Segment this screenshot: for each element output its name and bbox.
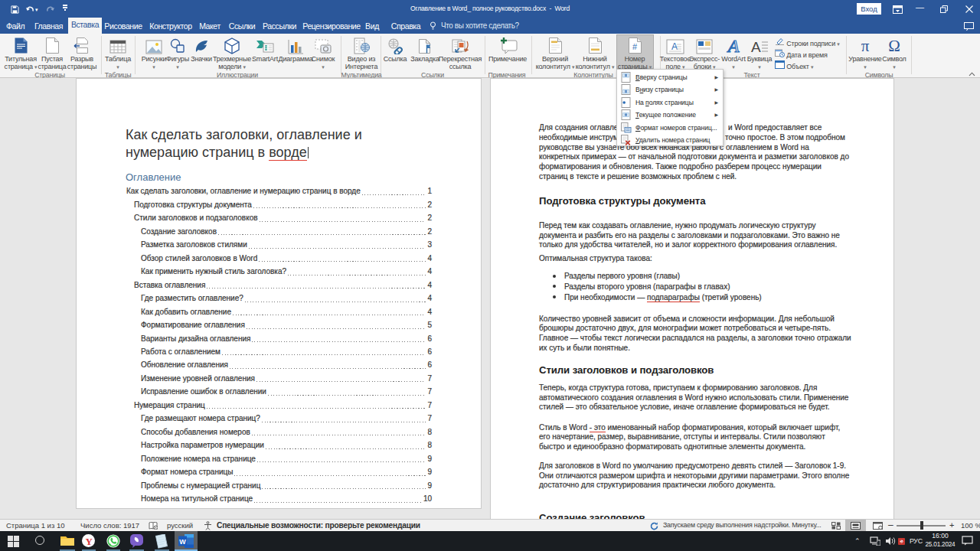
svg-text:A: A — [751, 39, 761, 54]
svg-text:A: A — [671, 41, 678, 52]
svg-text:A: A — [727, 37, 740, 54]
svg-text:W: W — [179, 538, 186, 546]
